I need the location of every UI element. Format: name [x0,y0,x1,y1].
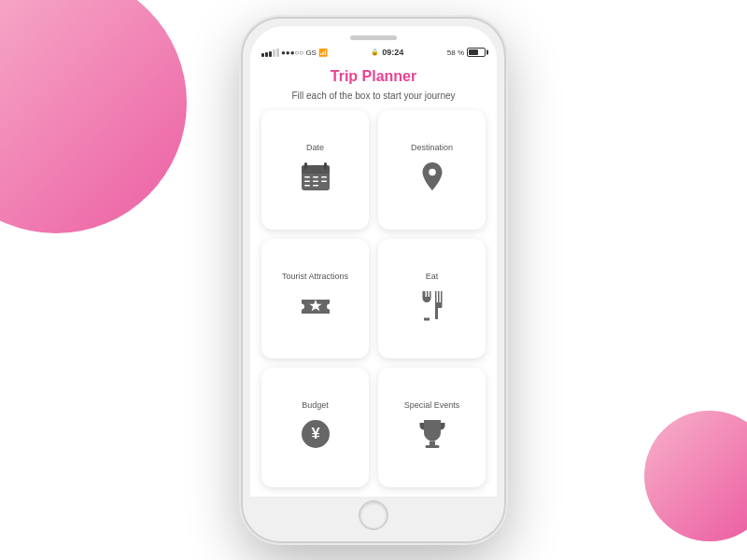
location-icon [416,160,449,198]
svg-text:¥: ¥ [311,425,320,441]
ticket-star-icon [299,288,332,327]
signal-dots [261,49,279,57]
bg-circle-bottom-right [644,411,747,541]
svg-rect-7 [304,180,310,182]
svg-rect-3 [324,162,327,170]
cards-grid: Date [250,110,497,497]
phone-frame: ●●●○○ GS 📶 🔒 09:24 58 % Trip Planner Fil… [243,19,504,541]
fork-knife-icon [416,288,449,327]
svg-rect-6 [321,176,327,178]
status-battery: 58 % [447,48,486,57]
svg-rect-2 [304,162,307,170]
svg-rect-8 [313,180,318,182]
lock-icon: 🔒 [371,49,379,56]
calendar-icon [299,160,332,198]
svg-rect-5 [313,176,318,178]
status-bar: ●●●○○ GS 📶 🔒 09:24 58 % [250,44,497,61]
battery-fill [469,49,478,55]
status-carrier: ●●●○○ GS 📶 [261,49,328,57]
bg-circle-left [0,0,187,233]
phone-screen: ●●●○○ GS 📶 🔒 09:24 58 % Trip Planner Fil… [250,26,497,534]
battery-icon [467,48,486,57]
svg-rect-15 [430,441,435,445]
svg-rect-11 [313,185,318,187]
date-card[interactable]: Date [261,110,369,230]
tourist-attractions-label: Tourist Attractions [282,272,348,281]
battery-percent: 58 % [447,49,464,57]
home-button[interactable] [359,500,388,530]
speaker [350,35,397,40]
trophy-icon [416,417,449,455]
tourist-attractions-card[interactable]: Tourist Attractions [261,239,369,358]
app-title: Trip Planner [250,61,497,89]
destination-card[interactable]: Destination [378,110,486,230]
yen-circle-icon: ¥ [299,417,332,455]
home-button-area [250,497,497,534]
wifi-icon: 📶 [318,49,328,57]
status-time: 🔒 09:24 [371,48,403,57]
eat-card[interactable]: Eat [378,239,486,358]
svg-rect-9 [321,180,327,182]
svg-rect-4 [304,176,310,178]
budget-label: Budget [302,400,329,410]
special-events-card[interactable]: Special Events [378,368,486,487]
svg-rect-10 [304,185,310,187]
carrier-label: ●●●○○ GS [281,49,317,57]
phone-top: ●●●○○ GS 📶 🔒 09:24 58 % [250,26,497,61]
date-label: Date [306,143,324,152]
budget-card[interactable]: Budget ¥ [261,368,369,487]
svg-rect-16 [425,445,439,448]
destination-label: Destination [411,143,453,152]
eat-label: Eat [426,272,439,281]
special-events-label: Special Events [404,400,460,410]
app-subtitle: Fill each of the box to start your journ… [250,89,497,110]
